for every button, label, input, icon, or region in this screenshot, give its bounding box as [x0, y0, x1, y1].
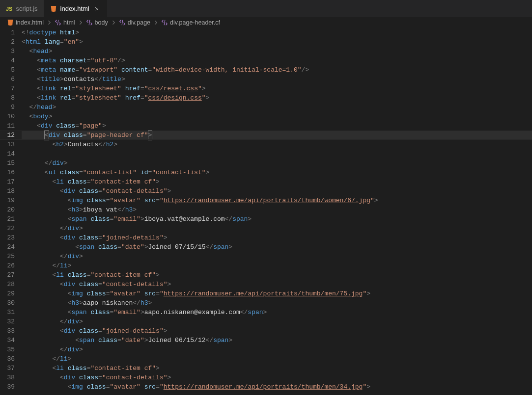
line-number: 11	[0, 121, 15, 131]
breadcrumb-item[interactable]: body	[86, 19, 108, 26]
tab-label: script.js	[16, 5, 37, 12]
breadcrumb-item[interactable]: html	[55, 19, 75, 26]
code-line[interactable]: </div>	[22, 345, 532, 354]
code-line[interactable]	[22, 149, 532, 158]
line-number: 18	[0, 186, 15, 196]
line-number: 19	[0, 196, 15, 205]
code-line[interactable]: <li class="contact-item cf">	[22, 270, 532, 280]
tab-bar: JSscript.jsindex.html	[0, 0, 532, 17]
code-line[interactable]: <div class="joined-details">	[22, 233, 532, 242]
line-number-gutter: 1234567891011121314151617181920212223242…	[0, 28, 22, 395]
editor[interactable]: 1234567891011121314151617181920212223242…	[0, 28, 532, 395]
breadcrumb-item[interactable]: index.html	[7, 19, 44, 26]
code-line[interactable]: <span class="email">iboya.vat@example.co…	[22, 214, 532, 224]
line-number: 14	[0, 149, 15, 158]
breadcrumb-label: div.page	[128, 19, 150, 26]
code-line[interactable]: <!doctype html>	[22, 28, 532, 37]
symbol-icon	[86, 19, 93, 26]
line-number: 16	[0, 168, 15, 177]
js-file-icon: JS	[6, 6, 12, 12]
line-number: 6	[0, 75, 15, 84]
breadcrumb-item[interactable]: div.page-header.cf	[161, 19, 220, 26]
line-number: 30	[0, 298, 15, 308]
line-number: 2	[0, 37, 15, 47]
code-line[interactable]: </li>	[22, 261, 532, 270]
line-number: 27	[0, 270, 15, 280]
tab-script-js[interactable]: JSscript.js	[0, 0, 44, 17]
line-number: 38	[0, 373, 15, 382]
code-line[interactable]: <span class="date">Joined 07/15/15</span…	[22, 242, 532, 252]
line-number: 17	[0, 177, 15, 186]
html-file-icon	[7, 19, 14, 26]
line-number: 21	[0, 214, 15, 224]
symbol-icon	[55, 19, 61, 26]
chevron-right-icon	[78, 20, 84, 26]
symbol-icon	[161, 19, 168, 26]
line-number: 23	[0, 233, 15, 242]
line-number: 4	[0, 56, 15, 65]
close-icon[interactable]	[93, 5, 101, 13]
html-file-icon	[50, 5, 57, 12]
code-line[interactable]: <span class="email">aapo.niskanen@exampl…	[22, 308, 532, 317]
chevron-right-icon	[111, 20, 116, 26]
code-line[interactable]: <link rel="stylesheet" href="css/design.…	[22, 93, 532, 103]
code-line[interactable]: <div class="contact-details">	[22, 280, 532, 289]
code-area[interactable]: <!doctype html><html lang="en"> <head> <…	[22, 28, 532, 395]
code-line[interactable]: <ul class="contact-list" id="contact-lis…	[22, 168, 532, 177]
code-line[interactable]: </div>	[22, 224, 532, 233]
code-line[interactable]: </div>	[22, 158, 532, 168]
line-number: 22	[0, 224, 15, 233]
line-number: 31	[0, 308, 15, 317]
code-line[interactable]: </div>	[22, 317, 532, 326]
line-number: 29	[0, 289, 15, 298]
code-line[interactable]: </head>	[22, 103, 532, 112]
line-number: 39	[0, 382, 15, 392]
line-number: 3	[0, 47, 15, 56]
code-line[interactable]: <div class="joined-details">	[22, 326, 532, 336]
line-number: 10	[0, 112, 15, 121]
breadcrumb-bar: index.htmlhtmlbodydiv.pagediv.page-heade…	[0, 17, 532, 28]
tab-index-html[interactable]: index.html	[44, 0, 107, 17]
code-line[interactable]: <li class="contact-item cf">	[22, 177, 532, 186]
line-number: 5	[0, 65, 15, 75]
code-line[interactable]: <body>	[22, 112, 532, 121]
line-number: 7	[0, 84, 15, 93]
chevron-right-icon	[153, 20, 159, 26]
line-number: 32	[0, 317, 15, 326]
code-line[interactable]: <div class="page">	[22, 121, 532, 131]
code-line[interactable]: <h2>Contacts</h2>	[22, 140, 532, 149]
breadcrumb-label: div.page-header.cf	[170, 19, 220, 26]
code-line[interactable]: <h3>iboya vat</h3>	[22, 205, 532, 214]
code-line[interactable]: <div class="page-header cf">	[22, 131, 532, 140]
line-number: 25	[0, 252, 15, 261]
line-number: 28	[0, 280, 15, 289]
code-line[interactable]: <meta charset="utf-8"/>	[22, 56, 532, 65]
line-number: 1	[0, 28, 15, 37]
code-line[interactable]: <h3>aapo niskanen</h3>	[22, 298, 532, 308]
line-number: 15	[0, 158, 15, 168]
code-line[interactable]: <title>contacts</title>	[22, 75, 532, 84]
code-line[interactable]: </div>	[22, 252, 532, 261]
code-line[interactable]: <link rel="stylesheet" href="css/reset.c…	[22, 84, 532, 93]
code-line[interactable]: <img class="avatar" src="https://randomu…	[22, 382, 532, 392]
code-line[interactable]: <meta name="viewport" content="width=dev…	[22, 65, 532, 75]
line-number: 8	[0, 93, 15, 103]
code-line[interactable]: <img class="avatar" src="https://randomu…	[22, 196, 532, 205]
code-line[interactable]: </li>	[22, 354, 532, 364]
code-line[interactable]: <span class="date">Joined 06/15/12</span…	[22, 336, 532, 345]
breadcrumb-item[interactable]: div.page	[119, 19, 150, 26]
code-line[interactable]: <li class="contact-item cf">	[22, 364, 532, 373]
line-number: 36	[0, 354, 15, 364]
code-line[interactable]: <div class="contact-details">	[22, 373, 532, 382]
code-line[interactable]: <head>	[22, 47, 532, 56]
breadcrumb-label: html	[63, 19, 75, 26]
line-number: 34	[0, 336, 15, 345]
chevron-right-icon	[46, 20, 52, 26]
line-number: 20	[0, 205, 15, 214]
code-line[interactable]: <html lang="en">	[22, 37, 532, 47]
line-number: 26	[0, 261, 15, 270]
code-line[interactable]: <img class="avatar" src="https://randomu…	[22, 289, 532, 298]
breadcrumb-label: body	[95, 19, 108, 26]
code-line[interactable]: <div class="contact-details">	[22, 186, 532, 196]
symbol-icon	[119, 19, 126, 26]
